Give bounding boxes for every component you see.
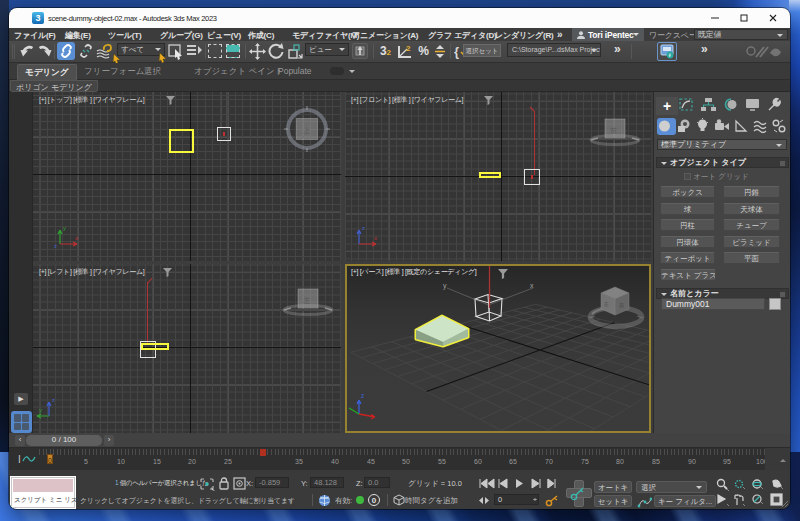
svg-text:x: x xyxy=(75,235,78,241)
svg-text:z: z xyxy=(52,397,55,403)
svg-text:2: 2 xyxy=(406,44,411,53)
svg-text:z: z xyxy=(362,225,365,231)
svg-text:x: x xyxy=(374,235,377,241)
svg-text:I: I xyxy=(18,454,21,465)
svg-text:左: 左 xyxy=(604,301,609,307)
svg-text:{: { xyxy=(454,44,459,59)
svg-text:y: y xyxy=(39,407,42,413)
svg-text:前: 前 xyxy=(619,302,624,308)
svg-text:左: 左 xyxy=(303,297,310,304)
svg-text:上: 上 xyxy=(303,127,310,134)
svg-text:y: y xyxy=(443,282,447,290)
svg-text:x: x xyxy=(530,282,534,289)
svg-text:z: z xyxy=(54,243,57,248)
svg-text:z: z xyxy=(361,392,364,399)
svg-text:前: 前 xyxy=(610,127,617,134)
svg-text:y: y xyxy=(63,225,66,231)
